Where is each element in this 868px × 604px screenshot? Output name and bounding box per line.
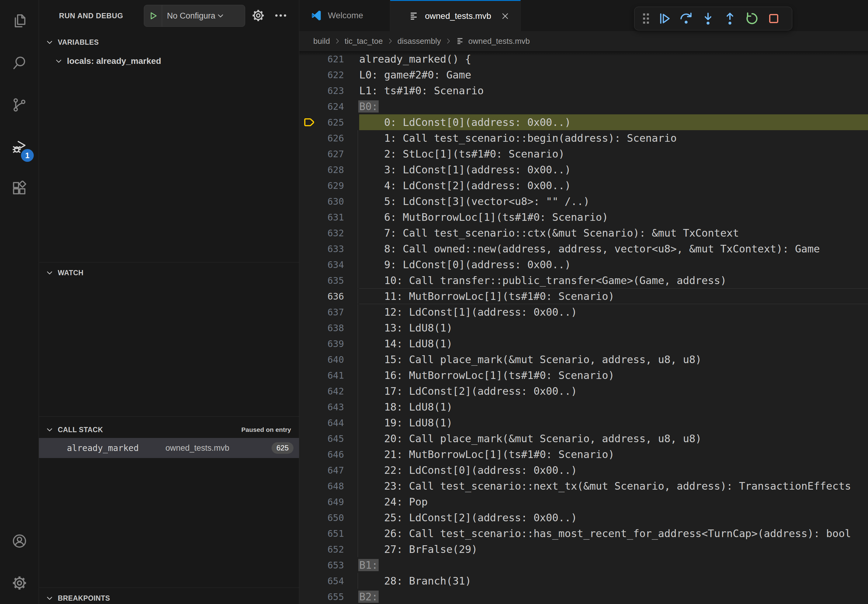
breadcrumb-item-disassembly[interactable]: disassembly — [397, 37, 441, 46]
code-text[interactable]: 17: LdConst[2](address: 0x00..) — [359, 383, 868, 399]
variables-section-header[interactable]: VARIABLES — [39, 35, 299, 49]
tab-owned-tests-mvb[interactable]: owned_tests.mvb — [390, 0, 521, 31]
gutter-line-633[interactable]: 633 — [299, 241, 359, 257]
code-text[interactable]: 22: LdConst[0](address: 0x00..) — [359, 462, 868, 478]
activity-item-run-and-debug[interactable]: 1 — [0, 126, 39, 168]
gutter-line-622[interactable]: 622 — [299, 67, 359, 83]
gutter-line-644[interactable]: 644 — [299, 415, 359, 431]
gutter-line-626[interactable]: 626 — [299, 130, 359, 146]
code-text[interactable]: 19: LdU8(1) — [359, 415, 868, 431]
activity-item-accounts[interactable] — [0, 520, 39, 562]
code-text[interactable]: 26: Call test_scenario::has_most_recent_… — [359, 525, 868, 541]
step-out-button[interactable] — [719, 8, 741, 29]
code-text[interactable]: 7: Call test_scenario::ctx(&mut Scenario… — [359, 225, 868, 241]
code-text[interactable]: L1: ts#1#0: Scenario — [359, 83, 868, 99]
gutter-line-653[interactable]: 653 — [299, 557, 359, 573]
more-actions-button[interactable] — [274, 9, 288, 23]
code-text[interactable]: 28: Branch(31) — [359, 573, 868, 589]
code-text[interactable]: 4: LdConst[2](address: 0x00..) — [359, 178, 868, 194]
restart-button[interactable] — [741, 8, 763, 29]
code-text[interactable]: 10: Call transfer::public_transfer<Game>… — [359, 273, 868, 288]
gutter-line-642[interactable]: 642 — [299, 383, 359, 399]
gutter-line-655[interactable]: 655 — [299, 589, 359, 604]
code-text[interactable]: 14: LdU8(1) — [359, 336, 868, 352]
code-editor[interactable]: 621already_marked() {622L0: game#2#0: Ga… — [299, 51, 868, 604]
code-text[interactable]: 27: BrFalse(29) — [359, 541, 868, 557]
activity-item-search[interactable] — [0, 42, 39, 84]
code-text[interactable]: 11: MutBorrowLoc[1](ts#1#0: Scenario) — [359, 288, 868, 304]
code-text[interactable]: 16: MutBorrowLoc[1](ts#1#0: Scenario) — [359, 367, 868, 383]
breadcrumb-item-tic_tac_toe[interactable]: tic_tac_toe — [344, 37, 383, 46]
gutter-line-637[interactable]: 637 — [299, 304, 359, 320]
gutter-line-640[interactable]: 640 — [299, 352, 359, 367]
code-text[interactable]: 21: MutBorrowLoc[1](ts#1#0: Scenario) — [359, 446, 868, 462]
gutter-line-634[interactable]: 634 — [299, 257, 359, 273]
code-text[interactable]: 9: LdConst[0](address: 0x00..) — [359, 257, 868, 273]
activity-item-settings[interactable] — [0, 562, 39, 604]
step-over-button[interactable] — [675, 8, 697, 29]
gutter-line-625[interactable]: 625 — [299, 115, 359, 130]
code-text[interactable]: 0: LdConst[0](address: 0x00..) — [359, 115, 868, 130]
gutter-line-635[interactable]: 635 — [299, 273, 359, 288]
breadcrumb-item-owned_tests.mvb[interactable]: owned_tests.mvb — [468, 37, 530, 46]
code-text[interactable]: 15: Call place_mark(&mut Scenario, addre… — [359, 352, 868, 367]
debug-config-dropdown[interactable]: No Configura — [144, 5, 245, 27]
watch-section-header[interactable]: WATCH — [39, 266, 299, 280]
gutter-line-645[interactable]: 645 — [299, 431, 359, 446]
gutter-line-629[interactable]: 629 — [299, 178, 359, 194]
code-text[interactable]: L0: game#2#0: Game — [359, 67, 868, 83]
gutter-line-621[interactable]: 621 — [299, 51, 359, 67]
gutter-line-630[interactable]: 630 — [299, 194, 359, 209]
activity-item-source-control[interactable] — [0, 84, 39, 126]
code-text[interactable]: 5: LdConst[3](vector<u8>: "" /..) — [359, 194, 868, 209]
gutter-line-632[interactable]: 632 — [299, 225, 359, 241]
code-text[interactable]: 24: Pop — [359, 494, 868, 510]
activity-item-explorer[interactable] — [0, 0, 39, 42]
code-text[interactable]: 20: Call place_mark(&mut Scenario, addre… — [359, 431, 868, 446]
code-text[interactable]: 12: LdConst[1](address: 0x00..) — [359, 304, 868, 320]
code-text[interactable]: 6: MutBorrowLoc[1](ts#1#0: Scenario) — [359, 209, 868, 225]
code-text[interactable]: 2: StLoc[1](ts#1#0: Scenario) — [359, 146, 868, 162]
gutter-line-627[interactable]: 627 — [299, 146, 359, 162]
step-into-button[interactable] — [697, 8, 719, 29]
code-text[interactable]: B2: — [359, 589, 868, 604]
activity-item-extensions[interactable] — [0, 168, 39, 210]
call-stack-frame[interactable]: already_marked owned_tests.mvb 625 — [39, 438, 299, 458]
code-text[interactable]: 23: Call test_scenario::next_tx(&mut Sce… — [359, 478, 868, 494]
code-text[interactable]: B0: — [359, 99, 868, 115]
start-debugging-icon[interactable] — [144, 10, 162, 21]
gutter-line-646[interactable]: 646 — [299, 446, 359, 462]
gutter-line-623[interactable]: 623 — [299, 83, 359, 99]
variables-scope-row[interactable]: locals: already_marked — [39, 54, 299, 69]
debug-settings-button[interactable] — [251, 9, 265, 23]
gutter-line-651[interactable]: 651 — [299, 525, 359, 541]
tab-welcome[interactable]: Welcome — [299, 0, 390, 31]
gutter-line-648[interactable]: 648 — [299, 478, 359, 494]
gutter-line-643[interactable]: 643 — [299, 399, 359, 415]
code-text[interactable]: already_marked() { — [359, 51, 868, 67]
breakpoints-section-header[interactable]: BREAKPOINTS — [39, 591, 299, 604]
breadcrumb-item-build[interactable]: build — [313, 37, 330, 46]
call-stack-section-header[interactable]: CALL STACK Paused on entry — [39, 423, 299, 437]
continue-button[interactable] — [653, 8, 675, 29]
code-text[interactable]: 3: LdConst[1](address: 0x00..) — [359, 162, 868, 178]
stop-button[interactable] — [763, 8, 785, 29]
gutter-line-652[interactable]: 652 — [299, 541, 359, 557]
drag-handle-button[interactable] — [639, 8, 653, 29]
gutter-line-641[interactable]: 641 — [299, 367, 359, 383]
gutter-line-650[interactable]: 650 — [299, 510, 359, 525]
code-text[interactable]: 1: Call test_scenario::begin(address): S… — [359, 130, 868, 146]
gutter-line-628[interactable]: 628 — [299, 162, 359, 178]
gutter-line-647[interactable]: 647 — [299, 462, 359, 478]
close-icon[interactable] — [500, 11, 510, 21]
gutter-line-649[interactable]: 649 — [299, 494, 359, 510]
gutter-line-636[interactable]: 636 — [299, 288, 359, 304]
code-text[interactable]: B1: — [359, 557, 868, 573]
gutter-line-639[interactable]: 639 — [299, 336, 359, 352]
gutter-line-638[interactable]: 638 — [299, 320, 359, 336]
code-text[interactable]: 13: LdU8(1) — [359, 320, 868, 336]
gutter-line-654[interactable]: 654 — [299, 573, 359, 589]
code-text[interactable]: 25: LdConst[2](address: 0x00..) — [359, 510, 868, 525]
code-text[interactable]: 18: LdU8(1) — [359, 399, 868, 415]
code-text[interactable]: 8: Call owned::new(address, address, vec… — [359, 241, 868, 257]
